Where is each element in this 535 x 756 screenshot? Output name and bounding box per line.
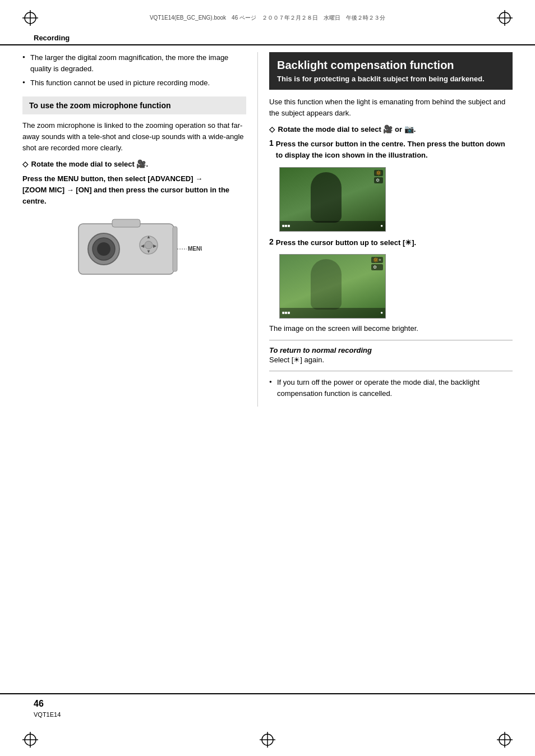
header-marks: VQT1E14(EB_GC_ENG).book 46 ページ ２００７年２月２８… [0, 0, 535, 30]
step2-text: Press the cursor button up to select [☀]… [276, 237, 416, 248]
svg-rect-10 [112, 219, 140, 227]
page-code: VQT1E14 [34, 711, 61, 718]
svg-text:▶: ▶ [153, 243, 157, 248]
camera-svg: ▲ ▼ ◀ ▶ MENU [67, 213, 202, 285]
section-label: Recording [0, 30, 535, 45]
backlight-box: Backlight compensation function This is … [269, 52, 513, 90]
footer: 46 VQT1E14 [0, 693, 535, 722]
page-number: 46 [34, 699, 58, 709]
page: VQT1E14(EB_GC_ENG).book 46 ページ ２００７年２月２８… [0, 0, 535, 756]
screen-image-1: 🔆 ⚙ ■■■ ● [279, 167, 386, 232]
right-list-item: If you turn off the power or operate the… [269, 377, 513, 399]
svg-point-9 [97, 242, 110, 256]
list-item: The larger the digital zoom magnificatio… [22, 52, 246, 74]
return-section: To return to normal recording Select [☀]… [269, 346, 513, 366]
screen-image-2: 🔆+ ⚙ ■■■ ● [279, 254, 386, 319]
zoom-mic-box: To use the zoom microphone function [22, 96, 246, 114]
two-column-layout: The larger the digital zoom magnificatio… [0, 52, 535, 407]
camcorder-icon-right: 🎥 [383, 125, 393, 133]
bottom-left-reg-mark [22, 732, 38, 748]
press-instruction-left: Press the MENU button, then select [ADVA… [22, 173, 246, 207]
return-text: Select [☀] again. [269, 356, 324, 364]
divider-1 [269, 340, 513, 340]
svg-text:MENU: MENU [188, 246, 202, 252]
svg-point-12 [145, 241, 153, 249]
svg-text:▲: ▲ [146, 234, 151, 239]
list-item: This function cannot be used in picture … [22, 77, 246, 89]
step1-text: Press the cursor button in the centre. T… [276, 139, 513, 161]
sun-icon-inline: ☀ [293, 356, 300, 364]
bullet-list: The larger the digital zoom magnificatio… [22, 52, 246, 89]
svg-text:▼: ▼ [146, 249, 151, 254]
zoom-mic-body: The zoom microphone is linked to the zoo… [22, 120, 246, 154]
page-number-block: 46 VQT1E14 [34, 699, 61, 718]
step1-container: 1 Press the cursor button in the centre.… [269, 139, 513, 161]
print-info: VQT1E14(EB_GC_ENG).book 46 ページ ２００７年２月２８… [38, 14, 497, 22]
top-left-reg-mark [22, 10, 38, 26]
backlight-title: Backlight compensation function [277, 58, 505, 72]
camera-diagram: ▲ ▼ ◀ ▶ MENU [67, 213, 202, 285]
brightness-text: The image on the screen will become brig… [269, 323, 513, 334]
step2-container: 2 Press the cursor button up to select [… [269, 237, 513, 248]
svg-rect-17 [173, 227, 177, 271]
rotate-instruction-right: Rotate the mode dial to select 🎥 or 📷. [269, 123, 513, 135]
intro-text: Use this function when the light is eman… [269, 96, 513, 119]
return-title: To return to normal recording [269, 346, 372, 354]
camcorder-icon: 🎥 [136, 159, 146, 168]
bottom-marks [0, 732, 535, 748]
right-bullet-list: If you turn off the power or operate the… [269, 377, 513, 399]
top-right-reg-mark [497, 10, 513, 26]
left-column: The larger the digital zoom magnificatio… [22, 52, 258, 407]
right-column: Backlight compensation function This is … [258, 52, 513, 407]
zoom-mic-title: To use the zoom microphone function [29, 101, 239, 110]
bottom-center-mark [260, 732, 275, 748]
camera-icon: 📷 [404, 125, 414, 133]
rotate-instruction-left: Rotate the mode dial to select 🎥. [22, 158, 246, 170]
step1-number: 1 [269, 139, 274, 147]
step2-number: 2 [269, 237, 274, 246]
divider-2 [269, 371, 513, 371]
backlight-subtitle: This is for protecting a backlit subject… [277, 75, 505, 83]
svg-text:◀: ◀ [141, 243, 145, 248]
bottom-right-reg-mark [497, 732, 513, 748]
